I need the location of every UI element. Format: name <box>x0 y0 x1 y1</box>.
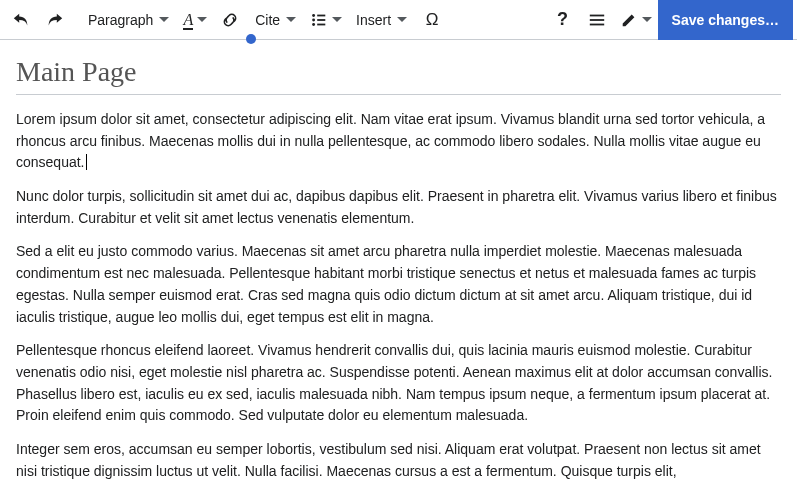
cite-dropdown[interactable]: Cite <box>247 0 304 40</box>
svg-rect-7 <box>589 19 603 21</box>
save-button[interactable]: Save changes… <box>658 0 793 40</box>
svg-rect-3 <box>317 19 325 21</box>
format-dropdown[interactable]: Paragraph <box>80 0 177 40</box>
svg-point-0 <box>312 14 315 17</box>
chevron-down-icon <box>397 17 407 22</box>
paragraph-text: Lorem ipsum dolor sit amet, consectetur … <box>16 111 765 170</box>
svg-rect-8 <box>589 23 603 25</box>
cite-label: Cite <box>255 12 280 28</box>
help-icon: ? <box>557 9 568 30</box>
chevron-down-icon <box>286 17 296 22</box>
chevron-down-icon <box>332 17 342 22</box>
edit-mode-button[interactable] <box>614 0 658 40</box>
insert-dropdown[interactable]: Insert <box>348 0 415 40</box>
svg-rect-1 <box>317 14 325 16</box>
text-cursor <box>86 154 87 170</box>
list-button[interactable] <box>304 0 348 40</box>
editor-content[interactable]: Main Page Lorem ipsum dolor sit amet, co… <box>0 40 797 501</box>
save-button-label: Save changes… <box>672 12 779 28</box>
chevron-down-icon <box>197 17 207 22</box>
page-title[interactable]: Main Page <box>16 56 781 95</box>
redo-button[interactable] <box>38 0 72 40</box>
text-color-icon: A <box>183 11 193 29</box>
format-dropdown-label: Paragraph <box>88 12 153 28</box>
omega-icon: Ω <box>426 10 439 30</box>
chevron-down-icon <box>642 17 652 22</box>
paragraph[interactable]: Lorem ipsum dolor sit amet, consectetur … <box>16 109 781 174</box>
undo-icon <box>12 11 30 29</box>
undo-button[interactable] <box>4 0 38 40</box>
bullet-list-icon <box>310 11 328 29</box>
svg-point-2 <box>312 18 315 21</box>
paragraph[interactable]: Integer sem eros, accumsan eu semper lob… <box>16 439 781 482</box>
svg-point-4 <box>312 23 315 26</box>
pencil-icon <box>620 11 638 29</box>
link-button[interactable] <box>213 0 247 40</box>
menu-button[interactable] <box>580 0 614 40</box>
redo-icon <box>46 11 64 29</box>
paragraph[interactable]: Sed a elit eu justo commodo varius. Maec… <box>16 241 781 328</box>
hamburger-icon <box>588 11 606 29</box>
toolbar: Paragraph A Cite Insert Ω <box>0 0 797 40</box>
svg-rect-6 <box>589 14 603 16</box>
text-style-button[interactable]: A <box>177 0 213 40</box>
link-icon <box>221 11 239 29</box>
insert-label: Insert <box>356 12 391 28</box>
paragraph[interactable]: Pellentesque rhoncus eleifend laoreet. V… <box>16 340 781 427</box>
chevron-down-icon <box>159 17 169 22</box>
svg-rect-5 <box>317 23 325 25</box>
help-button[interactable]: ? <box>546 0 580 40</box>
special-char-button[interactable]: Ω <box>415 0 449 40</box>
paragraph[interactable]: Nunc dolor turpis, sollicitudin sit amet… <box>16 186 781 229</box>
